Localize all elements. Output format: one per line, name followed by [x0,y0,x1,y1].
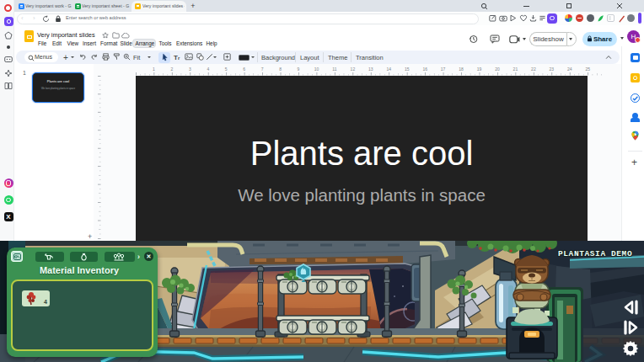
svg-text:8: 8 [279,67,282,72]
svg-text:12: 12 [351,67,356,72]
svg-text:16: 16 [422,67,427,72]
svg-text:4: 4 [207,67,209,72]
svg-text:24: 24 [567,67,572,72]
svg-text:22: 22 [531,67,536,72]
svg-text:10: 10 [314,67,319,72]
svg-text:13: 13 [368,67,373,72]
svg-text:1: 1 [153,67,155,72]
svg-text:7: 7 [261,67,264,72]
svg-text:18: 18 [459,67,464,72]
svg-text:5: 5 [225,67,228,72]
svg-text:19: 19 [477,67,482,72]
svg-text:14: 14 [387,67,392,72]
svg-text:25: 25 [585,67,590,72]
svg-text:20: 20 [495,67,500,72]
svg-text:23: 23 [550,67,555,72]
svg-text:3: 3 [189,67,191,72]
svg-text:6: 6 [243,67,245,72]
svg-text:2: 2 [171,67,174,72]
svg-text:9: 9 [298,67,300,72]
svg-text:11: 11 [332,67,336,72]
svg-text:17: 17 [441,67,446,72]
svg-text:15: 15 [405,67,410,72]
svg-text:21: 21 [513,67,518,72]
